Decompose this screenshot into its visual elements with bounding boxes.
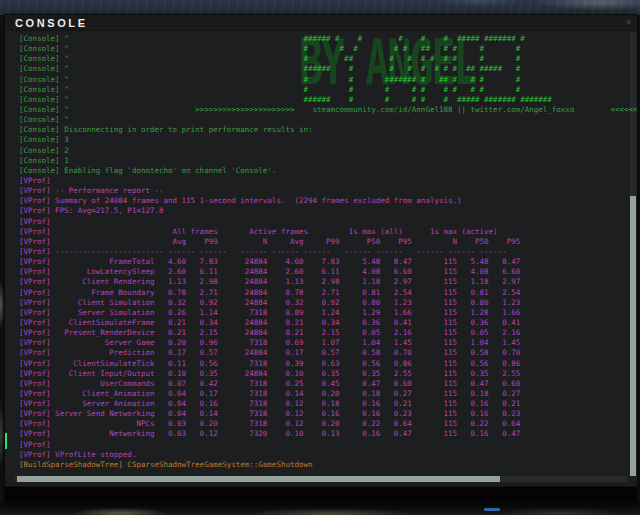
window-title: CONSOLE [15,17,88,29]
log-line: [Console] 3 [19,135,637,145]
log-line: [Console] " ###### # # # # # # # ## ####… [19,64,637,74]
log-line: [VProf] Networking 0.03 0.12 7320 0.10 0… [19,429,637,439]
log-line: [VProf] [19,176,637,186]
log-line: [VProf] NPCs 0.03 0.20 7318 0.12 0.20 0.… [19,419,637,429]
log-line: [VProf] Server Simulation 0.26 1.14 7318… [19,308,637,318]
log-line: [VProf] Avg P99 N Avg P99 P50 P95 N P50 … [19,237,637,247]
log-line: [VProf] UserCommands 0.07 0.42 7318 0.25… [19,379,637,389]
log-line: [Console] " # # # # # ## # # # # [19,44,637,54]
log-line: [VProf] Server Animation 0.04 0.16 7318 … [19,399,637,409]
log-line: [Console] " # ## # # # # # # # # [19,54,637,64]
log-lines: [Console] " ###### # # # # # ##### #####… [19,34,637,470]
background-blue-dash [484,508,500,511]
log-line: [VProf] Client Rendering 1.13 2.98 24884… [19,277,637,287]
console-titlebar[interactable]: CONSOLE × [5,15,637,31]
console-log[interactable]: BY ANGEL [Console] " ###### # # # # # ##… [5,31,637,476]
log-line: [VProf] Server Send Networking 0.04 0.14… [19,409,637,419]
log-line: [Console] " >>>>>>>>>>>>>>>>>>>>>> steam… [19,105,637,115]
log-line: [BuildSparseShadowTree] CSparseShadowTre… [19,460,637,470]
log-line: [VProf] Summary of 24084 frames and 115 … [19,196,637,206]
horizontal-scrollbar[interactable] [15,476,627,482]
log-line: [Console] 1 [19,156,637,166]
selection-accent-bar [5,433,7,449]
log-line: [VProf] ------------------------ ------ … [19,247,637,257]
log-line: [Console] " [19,115,637,125]
log-line: [VProf] Server Game 0.20 0.96 7318 0.69 … [19,338,637,348]
console-window: CONSOLE × BY ANGEL [Console] " ###### # … [4,14,638,503]
log-line: [VProf] FrameTotal 4.60 7.83 24884 4.60 … [19,257,637,267]
log-line: [VProf] LowLatencySleep 2.60 6.11 24884 … [19,267,637,277]
log-line: [VProf] -- Performance report -- [19,186,637,196]
console-input[interactable] [5,486,637,502]
log-line: [Console] " # # ####### # ## # # # # [19,75,637,85]
log-line: [VProf] Frame Boundary 0.78 2.71 24884 0… [19,288,637,298]
log-line: [Console] " # # # # # # # # # # [19,85,637,95]
log-line: [VProf] [19,217,637,227]
log-line: [Console] " ###### # # # # # ##### #####… [19,95,637,105]
log-line: [VProf] ClientSimulateFrame 0.21 0.34 24… [19,318,637,328]
log-line: [VProf] FPS: Avg=217.5, P1=127.8 [19,206,637,216]
log-line: [VProf] All frames Active frames 1s max … [19,227,637,237]
log-line: [VProf] Client Simulation 0.32 0.92 2488… [19,298,637,308]
log-line: [VProf] [19,440,637,450]
log-line: [Console] Enabling flag 'donotecho' on c… [19,166,637,176]
close-icon[interactable]: × [626,19,631,27]
log-line: [VProf] ClientSimulateTick 0.11 0.56 731… [19,359,637,369]
desktop-background-bottom [0,503,640,515]
log-line: [Console] Disconnecting in order to prin… [19,125,637,135]
log-line: [VProf] VProfLite stopped. [19,450,637,460]
log-line: [VProf] Prediction 0.17 0.57 24884 0.17 … [19,348,637,358]
log-line: [Console] " ###### # # # # # ##### #####… [19,34,637,44]
log-line: [Console] 2 [19,146,637,156]
log-line: [VProf] Present_RenderDevice 0.21 2.15 2… [19,328,637,338]
vertical-scrollbar[interactable] [630,32,636,476]
log-line: [VProf] Client_Animation 0.04 0.17 7318 … [19,389,637,399]
horizontal-scrollbar-thumb[interactable] [17,476,500,482]
vertical-scrollbar-thumb[interactable] [630,196,636,476]
log-line: [VProf] Client Input/Output 0.10 0.35 24… [19,369,637,379]
desktop-background-top [0,0,640,15]
